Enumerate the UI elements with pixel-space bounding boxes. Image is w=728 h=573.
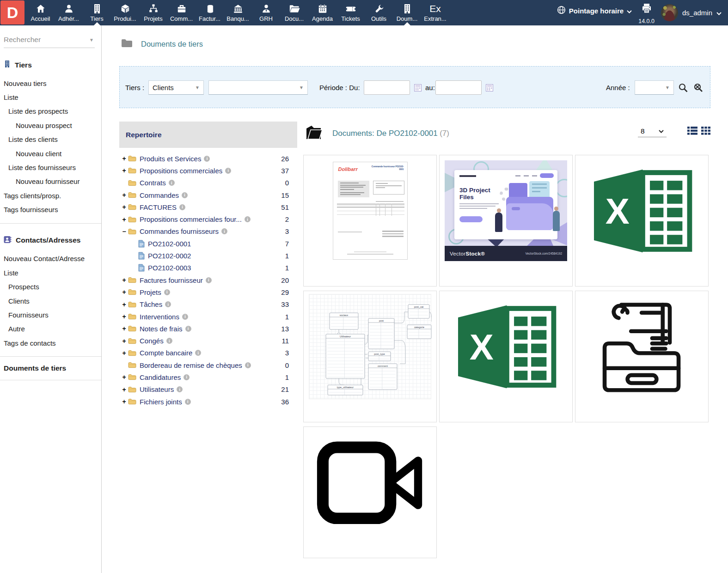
expand-icon[interactable]: + — [121, 216, 127, 223]
expand-icon[interactable]: + — [121, 398, 127, 405]
tree-label[interactable]: Bordereau de remise de chèques — [140, 361, 242, 369]
pdf-preview-thumbnail[interactable]: DolibarrCommande fournisseur PO2102-0001 — [333, 162, 408, 260]
tiers-type-select[interactable]: Clients▼ — [148, 80, 204, 95]
tree-label[interactable]: Contrats — [140, 179, 166, 187]
search-dropdown-caret-icon[interactable]: ▼ — [89, 37, 94, 43]
info-icon[interactable]: i — [245, 362, 251, 368]
excel-logo-thumbnail[interactable]: X — [587, 164, 696, 258]
info-icon[interactable]: i — [185, 399, 191, 405]
expand-icon[interactable]: + — [121, 167, 127, 174]
tree-label[interactable]: Congés — [140, 337, 164, 345]
tree-label[interactable]: PO2102-0002 — [148, 252, 191, 260]
info-icon[interactable]: i — [221, 228, 227, 234]
tab-factur[interactable]: Factur... — [196, 0, 224, 25]
info-icon[interactable]: i — [169, 180, 175, 186]
expand-icon[interactable]: + — [121, 313, 127, 320]
tab-accueil[interactable]: Accueil — [26, 0, 55, 25]
info-icon[interactable]: i — [177, 386, 183, 392]
info-icon[interactable]: i — [165, 301, 171, 307]
sidebar-item-nouveau-tiers[interactable]: Nouveau tiers — [0, 76, 101, 90]
tiers-value-select[interactable]: ▼ — [208, 80, 308, 95]
project-folder-thumbnail[interactable] — [596, 298, 688, 396]
tab-banqu[interactable]: Banqu... — [224, 0, 252, 25]
tab-outils[interactable]: Outils — [365, 0, 393, 25]
tree-label[interactable]: Projets — [140, 288, 161, 296]
tree-label[interactable]: Candidatures — [140, 373, 181, 381]
pointage-horaire-menu[interactable]: Pointage horaire — [557, 6, 632, 16]
sidebar-item-liste-des-prospects[interactable]: Liste des prospects — [0, 104, 101, 118]
search-filter-icon[interactable] — [678, 80, 688, 95]
sidebar-section-douments-de-tiers[interactable]: Douments de tiers — [0, 357, 101, 380]
expand-icon[interactable]: + — [121, 155, 127, 162]
tab-tiers[interactable]: Tiers — [83, 0, 111, 25]
expand-icon[interactable]: + — [121, 203, 127, 211]
tree-label[interactable]: Propositions commerciales four... — [140, 215, 242, 223]
tree-label[interactable]: Commandes — [140, 191, 179, 199]
info-icon[interactable]: i — [245, 216, 251, 222]
collapse-icon[interactable]: − — [121, 228, 127, 235]
sidebar-item-nouveau-fournisseur[interactable]: Nouveau fournisseur — [0, 175, 101, 189]
sidebar-item-fournisseurs[interactable]: Fournisseurs — [0, 308, 101, 322]
tab-produi[interactable]: Produi... — [111, 0, 139, 25]
tree-label[interactable]: Notes de frais — [140, 325, 183, 333]
image-preview-thumbnail[interactable]: 3D ProjectFilesVectorStock®VectorStock.c… — [445, 160, 567, 261]
sidebar-item-tags-de-contacts[interactable]: Tags de contacts — [0, 336, 101, 350]
info-icon[interactable]: i — [182, 192, 188, 198]
expand-icon[interactable]: + — [121, 337, 127, 345]
expand-icon[interactable]: + — [121, 301, 127, 308]
annee-select[interactable]: ▼ — [635, 80, 674, 95]
sidebar-item-liste[interactable]: Liste — [0, 266, 101, 280]
tab-agenda[interactable]: Agenda — [308, 0, 336, 25]
sidebar-item-tags-fournisseurs[interactable]: Tags fournisseurs — [0, 202, 101, 216]
tab-doum[interactable]: Doum... — [393, 0, 421, 25]
info-icon[interactable]: i — [204, 156, 210, 162]
sidebar-item-liste[interactable]: Liste — [0, 90, 101, 104]
tree-label[interactable]: Produits et Services — [140, 155, 201, 163]
expand-icon[interactable]: + — [121, 386, 127, 393]
tree-label[interactable]: Propositions commerciales — [140, 167, 222, 175]
tree-label[interactable]: Utilisateurs — [140, 385, 174, 393]
sidebar-item-prospects[interactable]: Prospects — [0, 280, 101, 294]
sidebar-item-tags-clients-prosp-[interactable]: Tags clients/prosp. — [0, 189, 101, 202]
clear-filter-icon[interactable] — [693, 80, 704, 95]
print-icon[interactable] — [641, 3, 652, 15]
date-to-input[interactable] — [435, 80, 482, 95]
tab-comm[interactable]: Comm... — [167, 0, 196, 25]
expand-icon[interactable]: + — [121, 373, 127, 381]
tab-adhr[interactable]: Adhér... — [55, 0, 83, 25]
expand-icon[interactable]: + — [121, 325, 127, 332]
sidebar-item-nouveau-contact-adresse[interactable]: Nouveau Contact/Adresse — [0, 252, 101, 266]
sidebar-item-clients[interactable]: Clients — [0, 294, 101, 308]
expand-icon[interactable]: + — [121, 288, 127, 296]
search-input[interactable] — [4, 36, 82, 44]
info-icon[interactable]: i — [182, 314, 188, 320]
date-from-input[interactable] — [364, 80, 410, 95]
grid-view-icon[interactable] — [701, 127, 710, 137]
tree-label[interactable]: Tâches — [140, 300, 162, 308]
sidebar-item-liste-des-clients[interactable]: Liste des clients — [0, 133, 101, 146]
info-icon[interactable]: i — [164, 289, 170, 295]
info-icon[interactable]: i — [179, 204, 185, 210]
expand-icon[interactable]: + — [121, 276, 127, 284]
tab-docu[interactable]: Docu... — [280, 0, 308, 25]
tab-tickets[interactable]: Tickets — [336, 0, 365, 25]
sidebar-item-nouveau-client[interactable]: Nouveau client — [0, 146, 101, 160]
info-icon[interactable]: i — [225, 168, 231, 174]
page-size-select[interactable]: 8 — [638, 126, 667, 137]
user-menu[interactable]: ds_admin — [661, 4, 722, 21]
tree-label[interactable]: Compte bancaire — [140, 349, 192, 357]
info-icon[interactable]: i — [195, 350, 201, 356]
tab-projets[interactable]: Projets — [139, 0, 167, 25]
sidebar-item-nouveau-prospect[interactable]: Nouveau prospect — [0, 118, 101, 132]
list-view-icon[interactable] — [687, 127, 697, 137]
sidebar-item-liste-des-fournisseurs[interactable]: Liste des fournisseurs — [0, 160, 101, 174]
tree-label[interactable]: PO2102-0003 — [148, 264, 191, 272]
tree-label[interactable]: Commandes fournisseurs — [140, 227, 219, 235]
tree-label[interactable]: PO2102-0001 — [148, 240, 191, 248]
app-logo[interactable]: D — [0, 0, 24, 24]
tree-label[interactable]: Fichiers joints — [140, 398, 182, 406]
tree-label[interactable]: Factures fournisseur — [140, 276, 203, 284]
expand-icon[interactable]: + — [121, 191, 127, 199]
info-icon[interactable]: i — [166, 338, 172, 344]
calendar-from-icon[interactable] — [412, 80, 422, 95]
